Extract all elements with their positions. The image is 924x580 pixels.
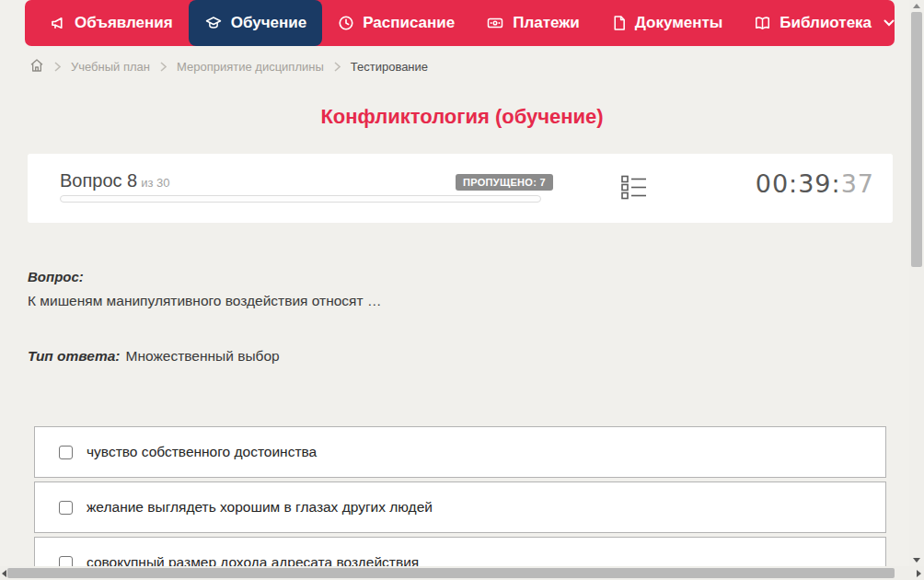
question-number: Вопрос 8из 30 — [60, 170, 170, 191]
question-total-label: из 30 — [141, 176, 169, 190]
home-icon[interactable] — [29, 58, 44, 75]
chevron-right-icon — [54, 62, 61, 72]
question-text: К мишеням манипулятивного воздействия от… — [28, 293, 381, 309]
test-progress-bar — [60, 195, 541, 203]
megaphone-icon — [50, 15, 66, 31]
scroll-right-arrow-icon[interactable] — [917, 570, 921, 577]
chevron-down-icon — [884, 19, 895, 27]
clock-icon — [338, 15, 354, 31]
question-number-label: Вопрос 8 — [60, 170, 137, 191]
banknote-icon — [486, 15, 504, 31]
answer-options: чувство собственного достоинства желание… — [34, 426, 886, 580]
breadcrumb: Учебный план Мероприятие дисциплины Тест… — [29, 58, 428, 75]
nav-item-library[interactable]: Библиотека — [738, 0, 910, 46]
answer-type-row: Тип ответа:Множественный выбор — [28, 348, 280, 365]
breadcrumb-item-curriculum[interactable]: Учебный план — [71, 60, 150, 74]
checkbox-icon[interactable] — [59, 501, 73, 515]
scroll-up-arrow-icon[interactable] — [913, 4, 920, 8]
chevron-right-icon — [160, 62, 167, 72]
answer-type-value: Множественный выбор — [126, 348, 280, 364]
timer-hours-minutes: 00:39: — [756, 169, 841, 198]
vertical-scrollbar[interactable] — [909, 0, 924, 566]
chevron-right-icon — [334, 62, 341, 72]
question-list-icon[interactable] — [621, 175, 647, 203]
breadcrumb-item-testing: Тестирование — [351, 60, 428, 74]
answer-type-label: Тип ответа: — [28, 348, 121, 364]
answer-option-row[interactable]: чувство собственного достоинства — [34, 426, 886, 478]
nav-item-label: Расписание — [363, 14, 455, 32]
document-icon — [611, 15, 627, 31]
nav-item-announcements[interactable]: Объявления — [34, 0, 189, 46]
question-heading: Вопрос: — [28, 269, 84, 284]
horizontal-scrollbar-thumb[interactable] — [7, 568, 895, 578]
answer-option-label: чувство собственного достоинства — [87, 444, 317, 460]
nav-item-label: Библиотека — [780, 14, 872, 32]
skipped-badge: ПРОПУЩЕНО: 7 — [456, 174, 553, 191]
lms-test-page: Объявления Обучение Расписание — [0, 0, 924, 580]
checkbox-icon[interactable] — [59, 446, 73, 459]
horizontal-scrollbar[interactable] — [0, 566, 924, 580]
main-navbar: Объявления Обучение Расписание — [25, 0, 895, 46]
vertical-scrollbar-thumb[interactable] — [911, 12, 922, 267]
nav-item-documents[interactable]: Документы — [595, 0, 739, 46]
timer-seconds: 37 — [841, 169, 874, 198]
answer-option-row[interactable]: желание выглядеть хорошим в глазах други… — [34, 481, 886, 533]
nav-item-label: Объявления — [75, 14, 173, 32]
nav-item-payments[interactable]: Платежи — [470, 0, 595, 46]
nav-item-label: Документы — [635, 14, 723, 32]
test-timer: 00:39:37 — [756, 169, 874, 198]
breadcrumb-item-discipline-event[interactable]: Мероприятие дисциплины — [177, 60, 324, 74]
graduation-cap-icon — [204, 15, 223, 31]
nav-item-label: Платежи — [513, 14, 580, 32]
nav-item-learning[interactable]: Обучение — [189, 0, 322, 46]
book-icon — [754, 15, 771, 31]
page-title: Конфликтология (обучение) — [0, 105, 924, 129]
scroll-left-arrow-icon[interactable] — [2, 570, 6, 577]
answer-option-label: желание выглядеть хорошим в глазах други… — [87, 499, 433, 516]
nav-item-label: Обучение — [231, 14, 306, 32]
nav-item-schedule[interactable]: Расписание — [322, 0, 470, 46]
scroll-down-arrow-icon[interactable] — [913, 558, 920, 563]
question-card: Вопрос 8из 30 ПРОПУЩЕНО: 7 00:39:37 — [28, 154, 893, 223]
